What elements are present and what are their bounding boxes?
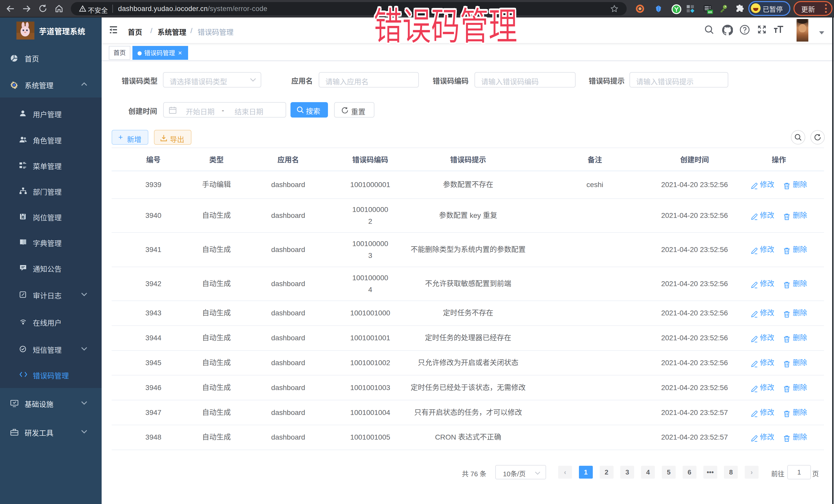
svg-text:on: on: [708, 10, 712, 14]
svg-text:岗: 岗: [21, 215, 24, 219]
